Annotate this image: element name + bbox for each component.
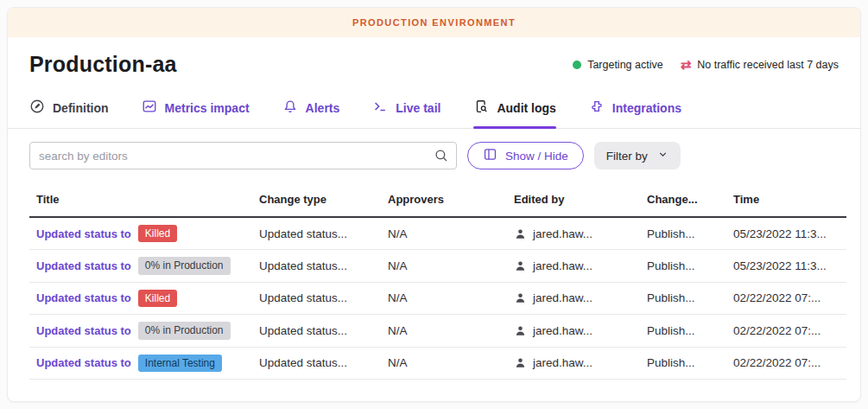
change-type-cell: Updated status... [252, 282, 381, 314]
tab-audit-logs[interactable]: Audit logs [473, 86, 555, 128]
table-row[interactable]: Updated status to 0% in Production Updat… [29, 250, 846, 282]
tab-integrations-label: Integrations [612, 101, 681, 115]
columns-icon [483, 147, 497, 164]
table-controls: Show / Hide Filter by [8, 129, 860, 181]
change-cell: Publish... [640, 217, 726, 250]
row-title-link[interactable]: Updated status to [36, 356, 131, 369]
approvers-cell: N/A [381, 217, 507, 250]
edited-by-cell: jared.haw... [533, 291, 592, 304]
time-cell: 02/22/2022 07:... [726, 347, 846, 379]
time-cell: 02/22/2022 07:... [726, 282, 846, 314]
column-header-edited-by: Edited by [507, 182, 640, 217]
status-badge: Killed [138, 225, 177, 242]
definition-icon [29, 99, 45, 117]
puzzle-icon [589, 99, 605, 117]
tab-definition-label: Definition [53, 101, 109, 115]
edited-by-cell: jared.haw... [533, 227, 592, 240]
approvers-cell: N/A [381, 250, 507, 282]
change-cell: Publish... [640, 250, 726, 282]
table-row[interactable]: Updated status to Killed Updated status.… [29, 282, 846, 314]
filter-by-label: Filter by [606, 150, 648, 163]
status-badge: Internal Testing [138, 355, 222, 372]
table-header-row: Title Change type Approvers Edited by Ch… [29, 182, 846, 217]
targeting-status: Targeting active [573, 59, 663, 71]
change-cell: Publish... [640, 315, 726, 347]
page-title: Production-aa [29, 52, 177, 77]
environment-card: PRODUCTION ENVIRONMENT Production-aa Tar… [7, 7, 861, 402]
column-header-time: Time [726, 182, 846, 217]
audit-log-table-wrap: Title Change type Approvers Edited by Ch… [8, 181, 860, 380]
search-input[interactable] [29, 142, 457, 169]
metrics-icon [142, 99, 157, 117]
targeting-status-label: Targeting active [587, 59, 663, 71]
change-cell: Publish... [640, 282, 726, 314]
tab-integrations[interactable]: Integrations [589, 86, 681, 128]
tab-live-tail-label: Live tail [396, 101, 440, 115]
time-cell: 02/22/2022 07:... [726, 315, 846, 347]
filter-by-button[interactable]: Filter by [594, 142, 681, 169]
tab-metrics-impact-label: Metrics impact [165, 101, 250, 115]
banner-label: PRODUCTION ENVIRONMENT [352, 17, 516, 28]
table-row[interactable]: Updated status to Killed Updated status.… [29, 217, 846, 250]
table-row[interactable]: Updated status to Internal Testing Updat… [29, 347, 846, 379]
row-title-link[interactable]: Updated status to [36, 259, 131, 272]
change-type-cell: Updated status... [252, 217, 381, 250]
page-header: Production-aa Targeting active ⇄ No traf… [8, 37, 860, 86]
search-icon [434, 148, 449, 167]
show-hide-label: Show / Hide [505, 150, 568, 163]
approvers-cell: N/A [381, 282, 507, 314]
tab-definition[interactable]: Definition [29, 86, 109, 128]
person-icon [514, 227, 527, 240]
tab-alerts-label: Alerts [306, 101, 340, 115]
change-cell: Publish... [640, 347, 726, 379]
status-group: Targeting active ⇄ No traffic received l… [573, 58, 839, 71]
change-type-cell: Updated status... [252, 315, 381, 347]
approvers-cell: N/A [381, 315, 507, 347]
column-header-change-type: Change type [252, 182, 381, 217]
person-icon [514, 291, 527, 304]
row-title-link[interactable]: Updated status to [36, 227, 131, 240]
edited-by-cell: jared.haw... [533, 259, 592, 272]
table-row[interactable]: Updated status to 0% in Production Updat… [29, 315, 846, 347]
audit-log-icon [473, 99, 489, 117]
production-environment-banner: PRODUCTION ENVIRONMENT [8, 8, 860, 37]
row-title-link[interactable]: Updated status to [36, 291, 131, 304]
person-icon [514, 259, 527, 272]
traffic-status-label: No traffic received last 7 days [697, 59, 839, 71]
traffic-status: ⇄ No traffic received last 7 days [681, 58, 839, 71]
tab-alerts[interactable]: Alerts [282, 86, 340, 128]
tab-metrics-impact[interactable]: Metrics impact [142, 86, 250, 128]
tab-audit-logs-label: Audit logs [497, 101, 555, 115]
terminal-icon [372, 99, 388, 117]
status-badge: Killed [138, 290, 177, 307]
chevron-down-icon [657, 149, 668, 163]
change-type-cell: Updated status... [252, 250, 381, 282]
column-header-approvers: Approvers [381, 182, 507, 217]
time-cell: 05/23/2022 11:3... [726, 250, 846, 282]
person-icon [514, 324, 527, 337]
traffic-arrows-icon: ⇄ [681, 58, 692, 71]
change-type-cell: Updated status... [252, 347, 381, 379]
tab-live-tail[interactable]: Live tail [372, 86, 440, 128]
tab-bar: Definition Metrics impact Alerts [8, 86, 860, 129]
edited-by-cell: jared.haw... [533, 324, 592, 337]
search-wrap [29, 142, 457, 169]
audit-log-table: Title Change type Approvers Edited by Ch… [29, 182, 846, 380]
status-badge: 0% in Production [138, 322, 231, 339]
bell-icon [282, 99, 298, 117]
row-title-link[interactable]: Updated status to [36, 324, 131, 337]
edited-by-cell: jared.haw... [533, 356, 592, 369]
approvers-cell: N/A [381, 347, 507, 379]
column-header-change: Change... [640, 182, 726, 217]
person-icon [514, 356, 527, 369]
green-dot-icon [573, 61, 581, 69]
status-badge: 0% in Production [138, 257, 231, 274]
time-cell: 05/23/2022 11:3... [726, 217, 846, 250]
show-hide-button[interactable]: Show / Hide [467, 142, 584, 169]
column-header-title: Title [29, 182, 252, 217]
